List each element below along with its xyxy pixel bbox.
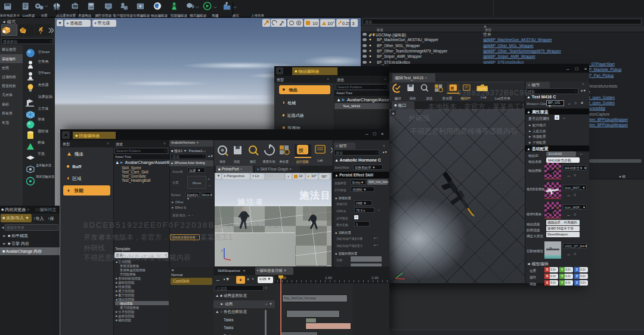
svg-text:OMT: OMT <box>89 6 95 9</box>
svg-text:模: 模 <box>450 86 454 90</box>
svg-text:技: 技 <box>298 148 304 153</box>
svg-text:0.25: 0.25 <box>342 21 351 26</box>
svg-text:10: 10 <box>312 21 318 26</box>
svg-text:10°: 10° <box>327 21 335 26</box>
svg-text:z: z <box>221 249 223 252</box>
svg-text:3: 3 <box>352 21 355 26</box>
